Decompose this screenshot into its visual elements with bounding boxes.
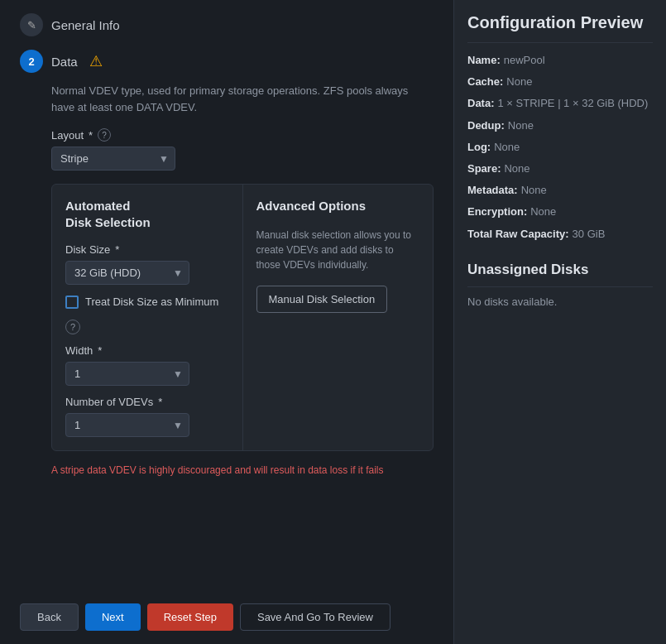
back-button[interactable]: Back — [20, 603, 79, 631]
layout-select-wrapper: Stripe Mirror RAIDZ1 RAIDZ2 RAIDZ3 ▼ — [51, 147, 175, 171]
options-card: AutomatedDisk Selection Disk Size * 32 G… — [51, 184, 434, 451]
config-metadata-value: None — [521, 183, 547, 198]
config-name-value: newPool — [504, 53, 545, 68]
disk-size-select-wrapper: 32 GiB (HDD) 64 GiB (HDD) 128 GiB (SSD) … — [65, 261, 189, 285]
disk-size-group: Disk Size * 32 GiB (HDD) 64 GiB (HDD) 12… — [65, 243, 229, 285]
action-buttons: Back Next Reset Step Save And Go To Revi… — [20, 590, 434, 631]
manual-disk-selection-button[interactable]: Manual Disk Selection — [256, 286, 388, 313]
num-vdevs-required: * — [158, 396, 162, 408]
step2-description: Normal VDEV type, used for primary stora… — [20, 83, 434, 115]
config-preview-details: Name: newPool Cache: None Data: 1 × STRI… — [467, 53, 653, 242]
layout-help-icon[interactable]: ? — [98, 128, 111, 142]
step1-edit-icon[interactable]: ✎ — [20, 13, 43, 36]
reset-step-button[interactable]: Reset Step — [147, 603, 233, 631]
config-spare-value: None — [504, 161, 529, 176]
advanced-section: Advanced Options Manual disk selection a… — [243, 185, 434, 450]
config-preview-title: Configuration Preview — [467, 13, 653, 43]
config-name-row: Name: newPool — [467, 53, 653, 68]
no-disks-text: No disks available. — [467, 296, 653, 308]
config-data-key: Data: — [467, 96, 495, 111]
advanced-title: Advanced Options — [256, 198, 420, 214]
edit-icon-glyph: ✎ — [27, 19, 36, 31]
config-log-key: Log: — [467, 140, 491, 155]
step1-title: General Info — [51, 18, 120, 32]
config-log-row: Log: None — [467, 140, 653, 155]
config-dedup-value: None — [508, 118, 534, 133]
right-panel: Configuration Preview Name: newPool Cach… — [453, 0, 666, 644]
num-vdevs-select-wrapper: 1 2 3 4 ▼ — [65, 413, 189, 437]
step2-header: 2 Data ⚠ — [20, 50, 434, 73]
config-dedup-row: Dedup: None — [467, 118, 653, 133]
config-dedup-key: Dedup: — [467, 118, 505, 133]
disk-size-label: Disk Size * — [65, 243, 229, 256]
width-group: Width * 1 2 3 4 ▼ — [65, 344, 229, 386]
num-vdevs-select[interactable]: 1 2 3 4 — [65, 413, 189, 437]
left-panel: ✎ General Info 2 Data ⚠ Normal VDEV type… — [0, 0, 453, 644]
config-cache-row: Cache: None — [467, 74, 653, 89]
config-total-raw-key: Total Raw Capacity: — [467, 227, 569, 242]
advanced-description: Manual disk selection allows you to crea… — [256, 228, 420, 272]
stripe-warning: A stripe data VDEV is highly discouraged… — [20, 464, 434, 476]
treat-disk-help-icon[interactable]: ? — [65, 320, 80, 334]
width-select[interactable]: 1 2 3 4 — [65, 362, 189, 386]
disk-size-select[interactable]: 32 GiB (HDD) 64 GiB (HDD) 128 GiB (SSD) — [65, 261, 189, 285]
step1-header: ✎ General Info — [20, 13, 434, 36]
automated-title: AutomatedDisk Selection — [65, 198, 229, 230]
step2-title: Data — [51, 55, 78, 69]
width-label: Width * — [65, 344, 229, 357]
config-cache-value: None — [506, 74, 532, 89]
warning-icon: ⚠ — [89, 52, 103, 70]
next-button[interactable]: Next — [85, 603, 141, 631]
num-vdevs-label: Number of VDEVs * — [65, 396, 229, 408]
config-data-value: 1 × STRIPE | 1 × 32 GiB (HDD) — [498, 96, 649, 111]
layout-required: * — [89, 129, 93, 142]
width-select-wrapper: 1 2 3 4 ▼ — [65, 362, 189, 386]
num-vdevs-label-text: Number of VDEVs — [65, 396, 153, 408]
treat-disk-size-row: Treat Disk Size as Minimum — [65, 295, 229, 310]
config-total-raw-value: 30 GiB — [573, 227, 606, 242]
disk-size-label-text: Disk Size — [65, 243, 110, 256]
automated-section: AutomatedDisk Selection Disk Size * 32 G… — [52, 185, 243, 450]
layout-label: Layout * ? — [51, 128, 434, 142]
config-name-key: Name: — [467, 53, 501, 68]
treat-disk-size-label: Treat Disk Size as Minimum — [85, 295, 218, 310]
config-encryption-row: Encryption: None — [467, 204, 653, 219]
disk-size-required: * — [115, 243, 119, 256]
width-label-text: Width — [65, 344, 93, 357]
layout-field-group: Layout * ? Stripe Mirror RAIDZ1 RAIDZ2 R… — [20, 128, 434, 171]
num-vdevs-group: Number of VDEVs * 1 2 3 4 ▼ — [65, 396, 229, 437]
treat-disk-size-checkbox[interactable] — [65, 296, 79, 309]
step2-number-badge: 2 — [20, 50, 43, 73]
unassigned-disks-title: Unassigned Disks — [467, 262, 653, 287]
config-preview-section: Configuration Preview Name: newPool Cach… — [467, 13, 653, 248]
unassigned-disks-section: Unassigned Disks No disks available. — [467, 262, 653, 308]
config-data-row: Data: 1 × STRIPE | 1 × 32 GiB (HDD) — [467, 96, 653, 111]
layout-label-text: Layout — [51, 129, 84, 142]
config-encryption-value: None — [530, 204, 556, 219]
config-encryption-key: Encryption: — [467, 204, 527, 219]
config-metadata-key: Metadata: — [467, 183, 518, 198]
save-and-review-button[interactable]: Save And Go To Review — [240, 603, 390, 631]
config-spare-key: Spare: — [467, 161, 501, 176]
config-metadata-row: Metadata: None — [467, 183, 653, 198]
layout-select[interactable]: Stripe Mirror RAIDZ1 RAIDZ2 RAIDZ3 — [51, 147, 175, 171]
config-total-raw-row: Total Raw Capacity: 30 GiB — [467, 227, 653, 242]
width-required: * — [98, 344, 102, 357]
config-spare-row: Spare: None — [467, 161, 653, 176]
config-log-value: None — [494, 140, 520, 155]
config-cache-key: Cache: — [467, 74, 503, 89]
